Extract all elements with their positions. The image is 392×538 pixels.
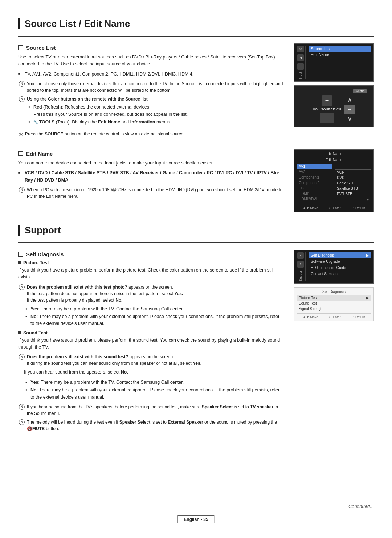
edit-row-vcr: VCR: [335, 170, 371, 175]
source-list-note2: N Using the Color buttons on the remote …: [18, 96, 283, 129]
picture-bullet2: No: There may be a problem with your ext…: [24, 313, 283, 327]
note-icon-4: N: [19, 284, 25, 290]
self-diag2-signal: Signal Strength: [297, 306, 371, 311]
edit-row-comp1: Component1: [297, 175, 332, 180]
self-diag-selected: Self Diagnosis ▶: [309, 252, 371, 258]
edit-row-comp2: Component2: [297, 180, 332, 186]
square-icon: [297, 63, 304, 70]
edit-row-pvrstb: PVR STB: [335, 191, 371, 197]
section1-title: Source List / Edit Name: [18, 18, 374, 29]
section1-divider: [18, 36, 374, 37]
sound-no-text: If you can hear sound from the speakers,…: [18, 369, 283, 376]
self-diag2-nav: ▲▼ Move ↵ Enter ↩ Return: [297, 313, 371, 319]
remote-control-box: MUTE + VOL SOURCE CH — ∧ ↩: [294, 85, 374, 127]
vol-minus-btn: —: [320, 113, 334, 123]
self-diag2-title: Self Diagnosis: [297, 290, 371, 294]
edit-row-scroll: ∨: [335, 197, 371, 202]
press-icon: ⓑ: [19, 131, 23, 138]
edit-divider: [297, 204, 371, 204]
edit-name-left: Edit Name You can name the device connec…: [18, 149, 283, 216]
edit-row-hdmi2: HDMI2/DVI: [297, 196, 332, 202]
footer-text: English - 35: [177, 515, 214, 523]
page: Source List / Edit Name Source List Use …: [0, 0, 392, 538]
edit-row-hdmi1: HDMI1: [297, 191, 332, 196]
edit-name-right: Edit Name Edit Name AV1 AV2 Component1 C…: [294, 149, 374, 216]
sq-icon-1: [18, 261, 21, 264]
edit-name-label: Edit Name: [297, 158, 371, 162]
picture-bullet1: Yes: There may be a problem with the TV.…: [24, 306, 283, 313]
self-diagnosis-heading: Self Diagnosis: [18, 251, 283, 257]
vol-plus-btn: +: [322, 95, 333, 106]
source-list-left: Source List Use to select TV or other ex…: [18, 43, 283, 140]
vcr-list: VCR / DVD / Cable STB / Satellite STB / …: [18, 170, 283, 184]
edit-name-columns: AV1 AV2 Component1 Component2 PC HDMI1 H…: [297, 164, 371, 202]
support-left: Self Diagnosis Picture Test If you think…: [18, 250, 283, 434]
sound-note-text2: If you hear no sound from the TV's speak…: [27, 404, 283, 417]
picture-test-body: If you think you have a picture problem,…: [18, 267, 283, 281]
vcr-list-item: VCR / DVD / Cable STB / Satellite STB / …: [18, 170, 283, 184]
self-diag2-move: ▲▼ Move: [303, 315, 318, 319]
support-two-col: Self Diagnosis Picture Test If you think…: [18, 250, 374, 434]
picture-note1: N Does the problem still exist with this…: [18, 284, 283, 303]
source-label: SOURCE: [321, 107, 335, 111]
sound-note2: N If you hear no sound from the TV's spe…: [18, 404, 283, 417]
edit-row-satstb: Satellite STB: [335, 186, 371, 191]
picture-test-heading: Picture Test: [18, 260, 283, 265]
note-icon-3: N: [19, 187, 25, 193]
note-icon-7: N: [19, 419, 25, 425]
edit-nav-enter: ↵ Enter: [329, 206, 340, 210]
self-diag-item4: Contact Samsung: [309, 271, 371, 277]
sound-bullet1: Yes: There may be a problem with the TV.…: [24, 379, 283, 386]
source-list-note1: N You can choose only those external dev…: [18, 81, 283, 94]
gear-icon: ⚙: [297, 46, 304, 52]
support-sidebar: ▪ ? Support: [297, 252, 306, 281]
support-icon: ▪: [297, 252, 304, 259]
section2-title: Support: [18, 225, 374, 236]
vol-label: VOL: [313, 107, 320, 111]
ch-up-chevron: ∧: [347, 96, 352, 104]
source-list-ui-box: ⚙ ◀ Input Source List Edit Name: [294, 43, 374, 82]
note-icon-1: N: [19, 81, 25, 87]
source-list-item2: Edit Name: [309, 52, 371, 57]
self-diag-ui-box: ▪ ? Support Self Diagnosis ▶ Software Up…: [294, 250, 374, 284]
tv-input-list: TV, AV1, AV2, Component1, Component2, PC…: [18, 71, 283, 78]
note-icon-2: N: [19, 96, 25, 102]
edit-row-cablestb: Cable STB: [335, 180, 371, 186]
source-list-right: ⚙ ◀ Input Source List Edit Name: [294, 43, 374, 140]
self-diag2-arrow1: ▶: [366, 296, 369, 300]
press-source-note: ⓑ Press the SOURCE button on the remote …: [18, 131, 283, 138]
self-diag2-enter: ↵ Enter: [329, 315, 340, 319]
picture-bullets: Yes: There may be a problem with the TV.…: [18, 306, 283, 327]
note-icon-6: N: [19, 404, 25, 410]
self-diag2-return: ↩ Return: [351, 315, 365, 319]
note2-bullet2: 🔧 TOOLS (Tools): Displays the Edit Name …: [27, 119, 283, 126]
sound-note-text1: Does the problem still exist with this s…: [27, 354, 283, 367]
support-sidebar-label: Support: [299, 270, 302, 281]
source-list-content: Source List Edit Name: [308, 46, 371, 79]
edit-nav-move: ▲▼ Move: [303, 206, 318, 210]
ch-down-chevron: ∨: [347, 115, 352, 123]
source-list-section: Source List Use to select TV or other ex…: [18, 43, 374, 140]
self-diag-arrow: ▶: [366, 253, 369, 257]
edit-name-body1: You can name the device connected to the…: [18, 160, 283, 167]
ch-label: CH: [336, 107, 341, 111]
support-section: Support Self Diagnosis Picture Test If y…: [18, 225, 374, 434]
self-diag2-picture: Picture Test ▶: [297, 295, 371, 301]
edit-nav-return: ↩ Return: [351, 206, 365, 210]
note-text-3: When a PC with a resolution of 1920 x 10…: [27, 187, 283, 200]
support-icon2: ?: [297, 261, 304, 268]
sq-icon-2: [18, 331, 21, 334]
edit-name-heading: Edit Name: [18, 151, 283, 157]
picture-note-text: Does the problem still exist with this t…: [27, 284, 283, 303]
note-icon-5: N: [19, 354, 25, 360]
edit-name-ui-box: Edit Name Edit Name AV1 AV2 Component1 C…: [294, 149, 374, 212]
edit-row-blank: ——: [335, 164, 371, 170]
sound-test-body: If you think you have a sound problem, p…: [18, 337, 283, 351]
edit-col-left: AV1 AV2 Component1 Component2 PC HDMI1 H…: [297, 164, 332, 202]
edit-col-right: —— VCR DVD Cable STB Satellite STB PVR S…: [335, 164, 371, 202]
checkbox-icon-3: [18, 252, 23, 257]
note2-bullets: Red (Refresh): Refreshes the connected e…: [27, 104, 283, 126]
source-list-body1: Use to select TV or other external input…: [18, 54, 283, 68]
source-list-heading: Source List: [18, 45, 283, 51]
checkbox-icon: [18, 45, 23, 50]
